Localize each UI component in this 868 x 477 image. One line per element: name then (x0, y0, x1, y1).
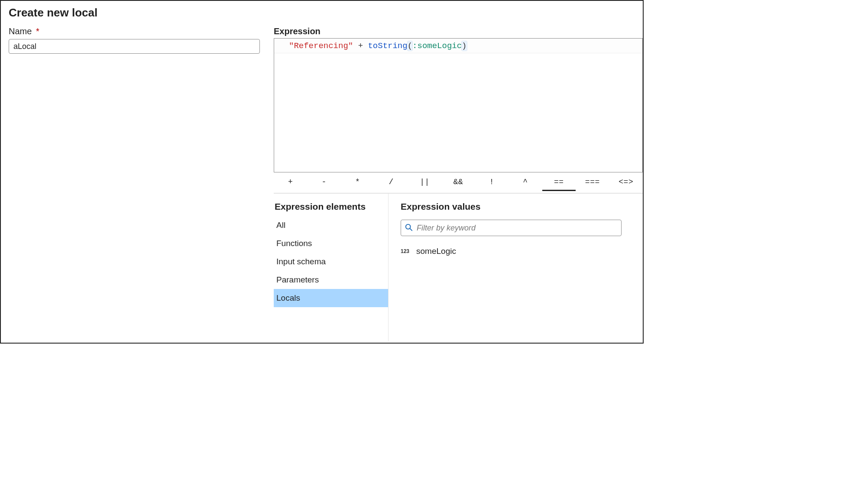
dialog-create-local: Create new local Name * Expression "Refe… (0, 0, 644, 344)
op-cmp[interactable]: <=> (609, 174, 643, 191)
op-minus[interactable]: - (307, 174, 340, 191)
page-title: Create new local (1, 1, 643, 24)
value-item[interactable]: 123 someLogic (401, 244, 635, 259)
token-lparen: ( (408, 41, 412, 51)
token-rparen: ) (462, 41, 466, 51)
operator-toolbar: + - * / || && ! ^ == === <=> (274, 172, 643, 193)
value-item-label: someLogic (416, 247, 456, 256)
token-plus: + (358, 41, 363, 51)
right-pane: Expression "Referencing" + toString(:som… (274, 24, 643, 341)
expression-values-panel: Expression values 123 someLogic (389, 194, 643, 341)
op-plus[interactable]: + (274, 174, 307, 191)
expression-line[interactable]: "Referencing" + toString(:someLogic) (274, 39, 642, 53)
expression-label: Expression (274, 26, 643, 36)
required-indicator: * (36, 26, 39, 36)
elements-list: All Functions Input schema Parameters Lo… (274, 216, 388, 307)
op-mult[interactable]: * (341, 174, 374, 191)
type-badge-number-icon: 123 (401, 248, 409, 254)
elements-item-all[interactable]: All (274, 216, 388, 234)
op-xor[interactable]: ^ (508, 174, 542, 191)
op-eq[interactable]: == (542, 174, 576, 191)
name-input[interactable] (9, 39, 260, 54)
op-seq[interactable]: === (576, 174, 609, 191)
op-and[interactable]: && (441, 174, 475, 191)
op-not[interactable]: ! (475, 174, 508, 191)
token-param-name: someLogic (417, 41, 462, 51)
elements-item-locals[interactable]: Locals (274, 289, 388, 307)
values-heading: Expression values (401, 199, 635, 216)
op-div[interactable]: / (374, 174, 408, 191)
expression-editor[interactable]: "Referencing" + toString(:someLogic) (274, 38, 643, 172)
elements-item-input-schema[interactable]: Input schema (274, 253, 388, 271)
token-string: "Referencing" (289, 41, 353, 51)
bottom-panels: Expression elements All Functions Input … (274, 193, 643, 341)
left-pane: Name * (1, 24, 274, 341)
name-label-text: Name (9, 26, 32, 36)
token-param-prefix: : (412, 41, 417, 51)
name-field-label: Name * (9, 26, 266, 36)
token-function: toString (368, 41, 407, 51)
values-filter-input[interactable] (401, 220, 622, 236)
op-or[interactable]: || (408, 174, 441, 191)
content-area: Name * Expression "Referencing" + toStri… (1, 24, 643, 341)
elements-heading: Expression elements (274, 199, 388, 216)
expression-elements-panel: Expression elements All Functions Input … (274, 194, 389, 341)
expression-code[interactable]: "Referencing" + toString(:someLogic) (289, 39, 467, 53)
elements-item-parameters[interactable]: Parameters (274, 271, 388, 289)
elements-item-functions[interactable]: Functions (274, 234, 388, 253)
